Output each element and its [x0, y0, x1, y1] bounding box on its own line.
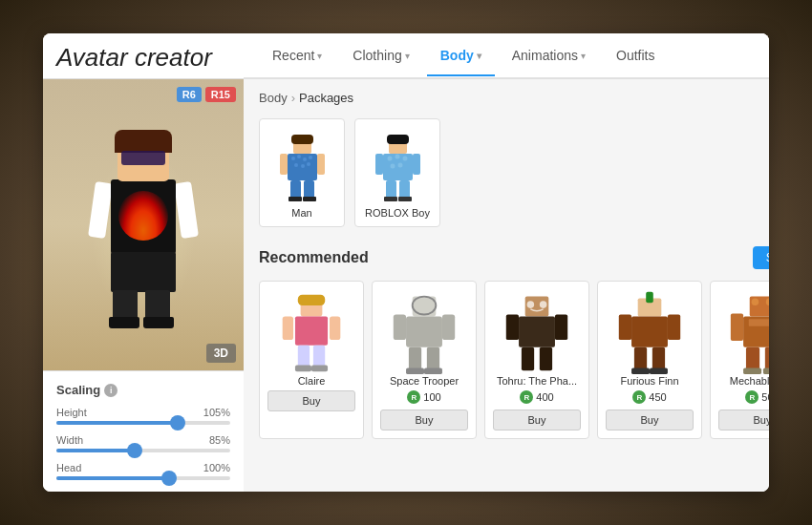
svg-rect-40 — [406, 316, 442, 346]
buy-button-claire[interactable]: Buy — [267, 390, 355, 411]
svg-point-74 — [752, 298, 759, 305]
buy-button-tohru[interactable]: Buy — [493, 410, 581, 430]
robux-icon: R — [407, 390, 420, 404]
rec-price-furious-finn: R 450 — [632, 390, 666, 404]
svg-rect-62 — [652, 347, 665, 371]
av-pants — [111, 252, 176, 292]
tab-body[interactable]: Body ▾ — [427, 36, 495, 76]
view-3d-button[interactable]: 3D — [206, 344, 236, 363]
robux-icon: R — [745, 390, 759, 404]
svg-rect-1 — [291, 135, 313, 144]
chevron-down-icon: ▾ — [477, 51, 481, 61]
svg-rect-57 — [646, 292, 653, 303]
av-hair — [115, 130, 172, 153]
chevron-down-icon: ▾ — [317, 51, 322, 61]
svg-point-7 — [294, 163, 298, 167]
svg-point-9 — [307, 162, 310, 166]
title-prefix: Avatar — [56, 43, 135, 72]
packages-grid: Man — [259, 118, 769, 227]
avatar-figure — [86, 130, 201, 321]
head-value: 100% — [203, 462, 230, 473]
svg-point-19 — [387, 156, 392, 160]
head-label: Head — [56, 462, 81, 473]
svg-rect-49 — [519, 316, 555, 346]
package-roblox-boy[interactable]: ROBLOX Boy — [354, 118, 440, 227]
width-slider[interactable] — [56, 449, 230, 452]
buy-button-furious-finn[interactable]: Buy — [606, 410, 694, 430]
chevron-down-icon: ▾ — [405, 51, 410, 61]
head-slider[interactable] — [56, 476, 230, 480]
badge-r6[interactable]: R6 — [177, 87, 202, 102]
package-man[interactable]: Man — [259, 118, 345, 227]
title-suffix: creator — [135, 43, 212, 72]
av-left-leg — [113, 290, 138, 319]
package-boy-name: ROBLOX Boy — [365, 207, 430, 219]
av-glasses — [121, 151, 165, 165]
svg-rect-64 — [650, 368, 668, 374]
nav-tabs: Recent ▾ Clothing ▾ Body ▾ Animations ▾ … — [244, 33, 769, 79]
package-man-thumb — [268, 127, 335, 203]
svg-point-4 — [297, 155, 301, 158]
rec-name-space-trooper: Space Trooper — [380, 375, 468, 387]
svg-rect-44 — [427, 347, 439, 371]
rec-item-claire: Claire Buy — [259, 281, 364, 439]
svg-rect-71 — [743, 368, 761, 374]
svg-rect-35 — [298, 346, 310, 368]
height-value: 105% — [203, 407, 230, 418]
rec-price-tohru: R 400 — [520, 390, 553, 404]
avatar-title: Avatar creator — [43, 33, 244, 79]
svg-rect-37 — [295, 366, 311, 372]
rec-item-space-trooper: Space Trooper R 100 Buy — [372, 281, 477, 439]
recommended-header: Recommended See All — [259, 246, 769, 269]
svg-rect-33 — [283, 316, 293, 340]
svg-rect-11 — [317, 154, 325, 175]
man-avatar-svg — [276, 130, 329, 201]
rec-name-tohru: Tohru: The Pha... — [493, 375, 581, 387]
svg-point-20 — [395, 154, 399, 158]
svg-point-8 — [301, 164, 305, 168]
badge-r15[interactable]: R15 — [205, 87, 236, 102]
svg-rect-36 — [313, 346, 325, 368]
buy-button-space-trooper[interactable]: Buy — [380, 410, 468, 430]
svg-rect-25 — [413, 154, 420, 175]
av-left-arm — [88, 181, 113, 239]
svg-rect-60 — [668, 315, 680, 341]
svg-point-21 — [402, 156, 407, 160]
svg-point-55 — [540, 301, 547, 308]
boy-avatar-svg — [372, 130, 424, 201]
tab-animations[interactable]: Animations ▾ — [499, 36, 599, 76]
height-slider[interactable] — [56, 421, 230, 425]
package-boy-thumb — [364, 127, 431, 203]
badge-container: R6 R15 — [177, 87, 236, 102]
width-label: Width — [56, 434, 83, 446]
buy-button-mechabloxxer[interactable]: Buy — [718, 410, 769, 430]
svg-rect-31 — [298, 295, 325, 305]
scaling-section: Scaling i Height 105% Width 85% — [43, 370, 244, 492]
head-slider-row: Head 100% — [56, 462, 230, 480]
tab-recent[interactable]: Recent ▾ — [259, 36, 335, 76]
rec-thumb-space-trooper — [384, 289, 465, 375]
svg-rect-59 — [619, 315, 631, 341]
breadcrumb-body[interactable]: Body — [259, 91, 288, 105]
breadcrumb: Body › Packages — [259, 91, 769, 105]
robux-icon: R — [632, 390, 646, 404]
rec-thumb-claire — [271, 289, 353, 375]
width-slider-row: Width 85% — [56, 434, 230, 452]
breadcrumb-packages: Packages — [299, 91, 353, 105]
tab-outfits[interactable]: Outfits — [603, 36, 668, 76]
av-head — [118, 137, 169, 181]
svg-point-23 — [397, 162, 402, 167]
svg-rect-29 — [398, 197, 412, 201]
svg-rect-38 — [311, 366, 328, 372]
info-icon[interactable]: i — [104, 384, 118, 397]
rec-name-claire: Claire — [267, 375, 355, 387]
av-right-arm — [174, 181, 199, 239]
tab-clothing[interactable]: Clothing ▾ — [339, 36, 422, 76]
see-all-button[interactable]: See All — [753, 246, 769, 269]
main-container: Avatar creator R6 R15 — [43, 33, 769, 492]
rec-price-space-trooper: R 100 — [407, 390, 440, 404]
av-right-shoe — [143, 317, 174, 328]
recommended-grid: Claire Buy — [259, 281, 769, 439]
svg-rect-42 — [442, 315, 455, 341]
rec-price-mechabloxxer: R 500 — [745, 390, 769, 404]
